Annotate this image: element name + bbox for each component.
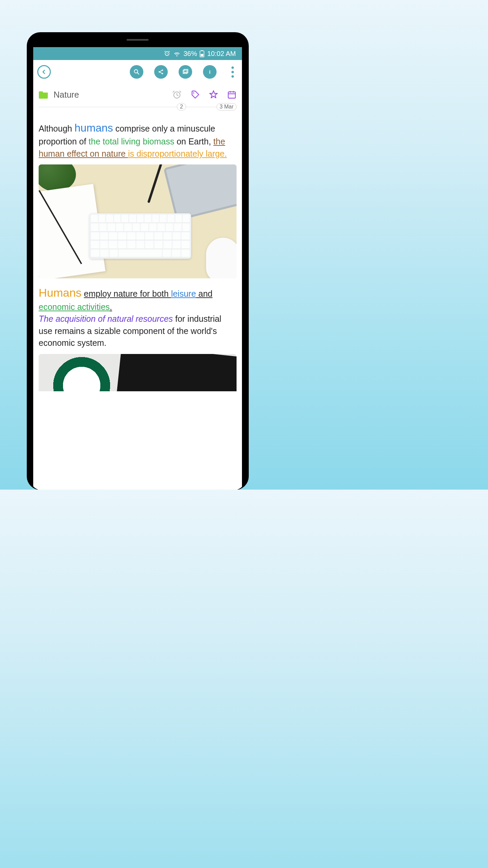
phrase-biomass: the total living biomass	[88, 137, 174, 146]
date-badge: 3 Mar	[217, 103, 237, 111]
clock-time: 10:02 AM	[207, 50, 236, 58]
word-leisure: leisure	[171, 289, 196, 298]
inline-image-desk	[39, 164, 237, 278]
app-toolbar: i	[33, 60, 242, 84]
svg-point-11	[193, 93, 195, 94]
alarm-icon	[164, 50, 170, 57]
word-humans-2: Humans	[39, 286, 82, 299]
gallery-button[interactable]	[179, 65, 192, 79]
share-icon	[158, 68, 164, 75]
calendar-icon[interactable]	[227, 90, 237, 99]
share-button[interactable]	[154, 65, 168, 79]
phrase-acquisition: The acquisition of natural resources	[39, 314, 173, 323]
meta-divider: 2 3 Mar	[33, 102, 242, 112]
svg-text:i: i	[209, 69, 210, 75]
paragraph-1: Although humans comprise only a minus­cu…	[39, 120, 237, 160]
back-button[interactable]	[37, 65, 51, 79]
reminder-icon[interactable]	[172, 90, 182, 99]
svg-rect-1	[201, 50, 203, 51]
folder-icon	[39, 91, 49, 99]
info-button[interactable]: i	[203, 65, 217, 79]
battery-icon	[200, 50, 204, 57]
search-button[interactable]	[130, 65, 143, 79]
info-icon: i	[206, 68, 213, 75]
overflow-menu-button[interactable]	[227, 66, 238, 78]
folder-header: Nature	[33, 84, 242, 102]
wifi-icon	[173, 50, 181, 57]
inline-image-coffee	[39, 354, 237, 391]
image-icon	[182, 68, 189, 75]
status-bar: 36% 10:02 AM	[33, 47, 242, 60]
search-icon	[133, 68, 140, 75]
tag-count-badge: 2	[177, 103, 186, 111]
battery-percent: 36%	[183, 50, 197, 58]
phrase-economic: economic activities	[39, 302, 110, 312]
word-humans: humans	[75, 122, 113, 134]
svg-rect-2	[201, 54, 203, 56]
tag-icon[interactable]	[190, 90, 200, 99]
svg-rect-12	[228, 92, 236, 98]
phrase-disproportionate: is disproportionately large.	[128, 149, 227, 158]
folder-name[interactable]: Nature	[54, 90, 79, 100]
star-icon[interactable]	[209, 90, 218, 99]
paragraph-2: Humans employ nature for both leisure an…	[39, 284, 237, 349]
note-body[interactable]: Although humans comprise only a minus­cu…	[33, 112, 242, 391]
